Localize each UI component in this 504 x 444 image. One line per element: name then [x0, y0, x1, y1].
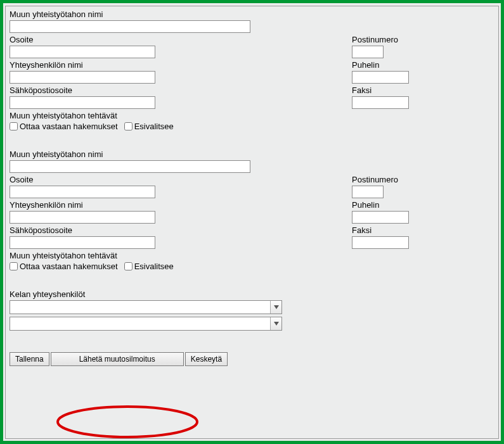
kela-label: Kelan yhteyshenkilöt [10, 289, 494, 299]
s2-name-input[interactable] [10, 160, 250, 173]
s2-checkbox1-label[interactable]: Ottaa vastaan hakemukset [10, 262, 118, 271]
s2-email-input[interactable] [10, 236, 155, 249]
s2-name-label: Muun yhteistyötahon nimi [10, 149, 494, 159]
save-button[interactable]: Tallenna [10, 352, 49, 366]
s2-address-label: Osoite [10, 175, 352, 184]
s1-contact-label: Yhteyshenkilön nimi [10, 60, 352, 70]
dropdown-arrow-icon[interactable] [270, 317, 281, 330]
svg-marker-0 [274, 305, 279, 309]
s1-checkbox1[interactable] [10, 122, 18, 130]
s1-tasks-label: Muun yhteistyötahon tehtävät [10, 111, 494, 120]
s2-checkbox1[interactable] [10, 262, 18, 270]
s2-postcode-input[interactable] [352, 186, 384, 198]
send-change-notice-button[interactable]: Lähetä muutosilmoitus [51, 352, 184, 366]
s2-checkbox2-label[interactable]: Esivalitsee [124, 262, 174, 271]
dropdown-arrow-icon[interactable] [270, 301, 281, 314]
s1-checkbox2-label[interactable]: Esivalitsee [124, 122, 174, 131]
s1-email-label: Sähköpostiosoite [10, 86, 352, 95]
s2-fax-label: Faksi [352, 225, 494, 235]
s1-address-input[interactable] [10, 46, 155, 58]
cancel-button[interactable]: Keskeytä [185, 352, 228, 366]
s1-postcode-label: Postinumero [352, 35, 494, 44]
kela-select-2-value [10, 317, 270, 330]
s1-fax-input[interactable] [352, 96, 409, 109]
s1-fax-label: Faksi [352, 86, 494, 95]
s1-postcode-input[interactable] [352, 46, 384, 58]
s1-phone-input[interactable] [352, 71, 409, 84]
s1-checkbox1-text: Ottaa vastaan hakemukset [20, 122, 118, 131]
s1-name-input[interactable] [10, 20, 250, 33]
s2-fax-input[interactable] [352, 236, 409, 249]
s1-address-label: Osoite [10, 35, 352, 44]
kela-select-1[interactable] [10, 300, 282, 314]
svg-marker-1 [274, 322, 279, 326]
s2-email-label: Sähköpostiosoite [10, 225, 352, 235]
annotation-ellipse [55, 403, 200, 440]
s1-checkbox1-label[interactable]: Ottaa vastaan hakemukset [10, 122, 118, 131]
s2-phone-input[interactable] [352, 211, 409, 224]
s2-checkbox2[interactable] [124, 262, 132, 270]
s2-postcode-label: Postinumero [352, 175, 494, 184]
button-bar: Tallenna Lähetä muutosilmoitus Keskeytä [10, 352, 494, 366]
s2-phone-label: Puhelin [352, 200, 494, 210]
svg-point-2 [58, 407, 197, 437]
s1-contact-input[interactable] [10, 71, 155, 84]
form-panel: Muun yhteistyötahon nimi Osoite Postinum… [5, 6, 499, 439]
s2-address-input[interactable] [10, 186, 155, 198]
s2-contact-label: Yhteyshenkilön nimi [10, 200, 352, 210]
s1-checkbox2-text: Esivalitsee [134, 122, 174, 131]
s2-contact-input[interactable] [10, 211, 155, 224]
s2-checkbox2-text: Esivalitsee [134, 262, 174, 271]
s1-phone-label: Puhelin [352, 60, 494, 70]
s2-checkbox1-text: Ottaa vastaan hakemukset [20, 262, 118, 271]
s1-name-label: Muun yhteistyötahon nimi [10, 10, 494, 19]
s1-email-input[interactable] [10, 96, 155, 109]
kela-select-2[interactable] [10, 317, 282, 331]
s1-checkbox2[interactable] [124, 122, 132, 130]
s2-tasks-label: Muun yhteistyötahon tehtävät [10, 251, 494, 260]
kela-select-1-value [10, 301, 270, 314]
